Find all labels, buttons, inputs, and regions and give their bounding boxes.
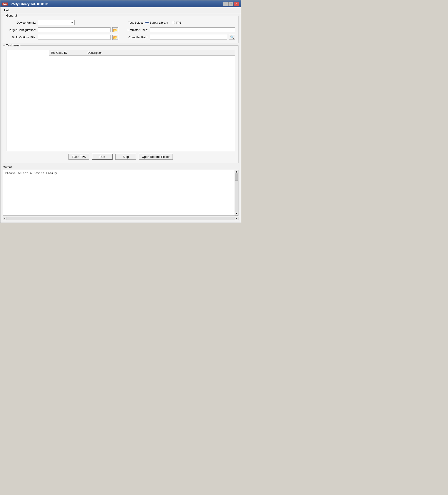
open-reports-button[interactable]: Open Reports Folder — [139, 154, 172, 160]
compiler-path-label: Compiler Path: — [123, 36, 148, 39]
build-options-browse-button[interactable]: 📂 — [112, 35, 118, 40]
title-bar-buttons: ─ □ ✕ — [223, 2, 239, 6]
scroll-track-h — [6, 217, 235, 220]
test-select-row: Test Select: Safety Library TPS — [123, 20, 235, 25]
emulator-used-label: Emulator Used: — [123, 28, 148, 32]
output-label: Output: — [3, 165, 238, 169]
radio-safety-library[interactable] — [145, 21, 149, 24]
output-textarea[interactable] — [3, 170, 235, 215]
general-section-label: General — [5, 14, 18, 17]
action-buttons-row: Flash TPS Run Stop Open Reports Folder — [6, 154, 235, 160]
compiler-path-row: Compiler Path: 🔍 — [123, 35, 235, 40]
folder-icon-2: 📂 — [113, 35, 118, 40]
menu-help[interactable]: Help — [2, 8, 12, 13]
target-config-label: Target Configuration: — [6, 28, 36, 32]
radio-tps[interactable] — [172, 21, 175, 24]
emulator-used-input[interactable] — [150, 27, 235, 32]
testcases-section: Testcases TestCase ID Description Flash — [3, 45, 238, 163]
device-family-select[interactable] — [38, 20, 75, 25]
target-config-input[interactable] — [38, 27, 111, 32]
tc-header-description: Description — [87, 51, 102, 55]
main-content: General Device Family: Test Select: Safe… — [0, 13, 241, 222]
main-window: TAU Safety Library TAU 00.01.01 ─ □ ✕ He… — [0, 0, 241, 223]
output-horizontal-scroll: ◄ ► — [3, 217, 238, 220]
emulator-used-row: Emulator Used: — [123, 27, 235, 32]
tau-icon: TAU — [2, 2, 8, 5]
output-section: Output: ▲ ▼ ◄ ► — [3, 165, 238, 220]
device-family-row: Device Family: — [6, 20, 118, 25]
scroll-up-arrow[interactable]: ▲ — [235, 170, 238, 174]
scroll-thumb-v[interactable] — [235, 174, 238, 180]
testcases-section-label: Testcases — [5, 44, 20, 47]
radio-group: Safety Library TPS — [145, 21, 182, 24]
tc-header-row: TestCase ID Description — [49, 50, 235, 55]
restore-button[interactable]: □ — [228, 2, 233, 6]
tc-content-area — [49, 55, 235, 151]
stop-button[interactable]: Stop — [115, 154, 136, 160]
title-bar-left: TAU Safety Library TAU 00.01.01 — [2, 2, 49, 6]
close-button[interactable]: ✕ — [234, 2, 239, 6]
tc-right-panel: TestCase ID Description — [49, 50, 235, 151]
radio-tps-item[interactable]: TPS — [172, 21, 182, 24]
window-title: Safety Library TAU 00.01.01 — [10, 2, 49, 6]
title-bar: TAU Safety Library TAU 00.01.01 ─ □ ✕ — [0, 0, 241, 7]
scroll-left-arrow[interactable]: ◄ — [3, 217, 6, 220]
radio-safety-library-label: Safety Library — [150, 21, 168, 24]
testcases-panel: TestCase ID Description — [6, 50, 235, 151]
output-box: ▲ ▼ — [3, 170, 238, 216]
search-icon: 🔍 — [230, 35, 234, 39]
scroll-right-arrow[interactable]: ► — [235, 217, 238, 220]
tc-header-id: TestCase ID — [51, 51, 87, 55]
minimize-button[interactable]: ─ — [223, 2, 228, 6]
output-scrollbar-vertical: ▲ ▼ — [235, 170, 238, 215]
menu-bar: Help — [0, 7, 241, 13]
radio-tps-label: TPS — [176, 21, 182, 24]
compiler-path-input[interactable] — [150, 35, 227, 40]
device-family-label: Device Family: — [6, 21, 36, 24]
scroll-down-arrow[interactable]: ▼ — [235, 212, 238, 215]
general-form-grid: Device Family: Test Select: Safety Libra… — [6, 20, 235, 40]
flash-tps-button[interactable]: Flash TPS — [69, 154, 89, 160]
build-options-row: Build Options File: 📂 — [6, 35, 118, 40]
tc-left-panel — [6, 50, 49, 151]
folder-icon: 📂 — [113, 28, 118, 32]
radio-safety-library-item[interactable]: Safety Library — [145, 21, 168, 24]
target-config-browse-button[interactable]: 📂 — [112, 27, 118, 32]
compiler-path-browse-button[interactable]: 🔍 — [229, 35, 235, 40]
target-config-row: Target Configuration: 📂 — [6, 27, 118, 32]
run-button[interactable]: Run — [92, 154, 112, 160]
general-section: General Device Family: Test Select: Safe… — [3, 16, 238, 43]
build-options-label: Build Options File: — [6, 36, 36, 39]
scroll-track-v — [235, 174, 238, 212]
build-options-input[interactable] — [38, 35, 111, 40]
test-select-label: Test Select: — [123, 21, 144, 24]
